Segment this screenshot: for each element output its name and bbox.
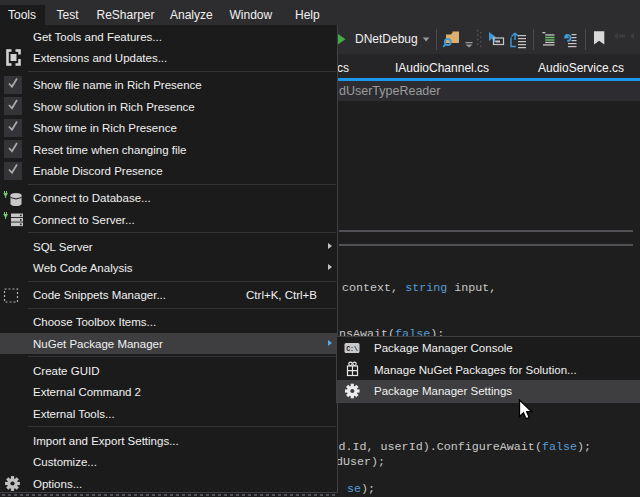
svg-text:C:\: C:\ <box>346 345 358 352</box>
